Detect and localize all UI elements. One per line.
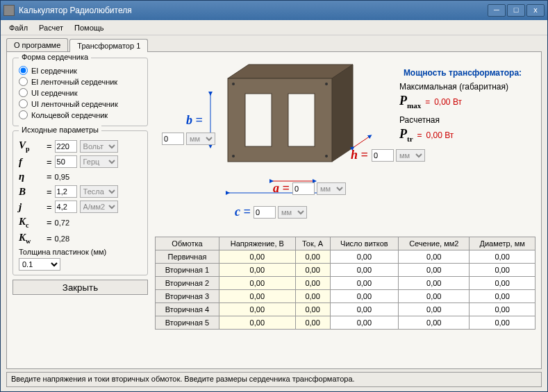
tab-about[interactable]: О программе xyxy=(6,38,68,51)
cell-s: 0,00 xyxy=(399,303,470,316)
close-app-button[interactable]: Закрыть xyxy=(13,280,148,295)
param-eta: η = 0,95 xyxy=(19,171,142,182)
svg-marker-0 xyxy=(228,65,353,78)
radio-ring[interactable]: Кольцевой сердечник xyxy=(19,110,142,119)
thickness-select[interactable]: 0.1 xyxy=(19,258,60,271)
dim-a-input[interactable] xyxy=(292,182,315,195)
radio-ei[interactable]: EI сердечник xyxy=(19,66,142,75)
thickness-label: Толщина пластинок (мм) xyxy=(19,248,142,256)
cell-v[interactable]: 0,00 xyxy=(219,316,295,330)
param-B: B = Тесла xyxy=(19,185,142,198)
dim-b-unit[interactable]: мм xyxy=(186,133,215,145)
table-row: Вторичная 50,000,000,000,000,00 xyxy=(156,316,535,330)
power-header: Мощность трансформатора: xyxy=(390,68,535,78)
radio-ui-tape-input[interactable] xyxy=(19,99,28,108)
dim-c-unit[interactable]: мм xyxy=(278,206,307,219)
cell-i[interactable]: 0,00 xyxy=(295,303,330,316)
close-button[interactable]: x xyxy=(526,4,545,17)
vp-unit[interactable]: Вольт xyxy=(80,140,118,153)
radio-ei-input[interactable] xyxy=(19,66,28,75)
cell-d: 0,00 xyxy=(470,277,535,290)
radio-ei-tape-input[interactable] xyxy=(19,77,28,86)
col-section: Сечение, мм2 xyxy=(399,237,470,250)
cell-s: 0,00 xyxy=(399,277,470,290)
menu-help[interactable]: Помощь xyxy=(70,22,108,33)
app-icon xyxy=(3,5,15,16)
maximize-button[interactable]: □ xyxy=(507,4,525,17)
menu-calc[interactable]: Расчет xyxy=(35,22,67,33)
B-input[interactable] xyxy=(55,185,77,198)
cell-v[interactable]: 0,00 xyxy=(219,277,295,290)
table-row: Вторичная 30,000,000,000,000,00 xyxy=(156,290,535,303)
col-voltage: Напряжение, В xyxy=(219,237,295,250)
menu-file[interactable]: Файл xyxy=(5,22,32,33)
cell-name: Первичная xyxy=(156,250,219,264)
cell-v[interactable]: 0,00 xyxy=(219,250,295,264)
param-Kc: Kc = 0,72 xyxy=(19,216,142,229)
B-unit[interactable]: Тесла xyxy=(80,185,118,198)
table-row: Вторичная 20,000,000,000,000,00 xyxy=(156,277,535,290)
dim-h-unit[interactable]: мм xyxy=(396,149,425,162)
dim-c-input-group: мм xyxy=(254,206,307,219)
f-input[interactable] xyxy=(55,155,77,168)
radio-ui-input[interactable] xyxy=(19,88,28,97)
app-window: Калькулятор Радиолюбителя ─ □ x Файл Рас… xyxy=(0,0,548,392)
cell-d: 0,00 xyxy=(470,290,535,303)
svg-marker-1 xyxy=(332,65,353,162)
table-row: Вторичная 40,000,000,000,000,00 xyxy=(156,303,535,316)
cell-v[interactable]: 0,00 xyxy=(219,264,295,277)
power-max-value: 0,00 Вт xyxy=(434,97,462,107)
cell-i[interactable]: 0,00 xyxy=(295,316,330,330)
power-max-label: Максимальная (габаритная) xyxy=(399,82,535,92)
radio-ring-input[interactable] xyxy=(19,110,28,119)
cell-i[interactable]: 0,00 xyxy=(295,290,330,303)
minimize-button[interactable]: ─ xyxy=(488,4,506,17)
cell-n: 0,00 xyxy=(330,277,399,290)
power-calc-value: 0,00 Вт xyxy=(426,130,454,140)
eta-value: 0,95 xyxy=(55,173,76,181)
cell-n: 0,00 xyxy=(330,290,399,303)
j-input[interactable] xyxy=(55,201,77,213)
svg-point-8 xyxy=(325,155,328,157)
j-unit[interactable]: А/мм2 xyxy=(80,201,118,213)
cell-d: 0,00 xyxy=(470,303,535,316)
dim-h-input[interactable] xyxy=(372,149,394,162)
cell-name: Вторичная 2 xyxy=(156,277,219,290)
cell-v[interactable]: 0,00 xyxy=(219,303,295,316)
f-unit[interactable]: Герц xyxy=(80,155,118,168)
core-svg xyxy=(197,58,377,196)
cell-i[interactable]: 0,00 xyxy=(295,277,330,290)
cell-s: 0,00 xyxy=(399,264,470,277)
cell-i[interactable]: 0,00 xyxy=(295,264,330,277)
dim-a-unit[interactable]: мм xyxy=(317,182,346,195)
cell-v[interactable]: 0,00 xyxy=(219,290,295,303)
window-title: Калькулятор Радиолюбителя xyxy=(19,6,488,15)
cell-name: Вторичная 1 xyxy=(156,264,219,277)
radio-ui-tape[interactable]: UI ленточный сердечник xyxy=(19,99,142,108)
status-bar: Введите напряжения и токи вторичных обмо… xyxy=(6,372,542,387)
params-group: Исходные параметры Vp = Вольт f = Герц η… xyxy=(13,130,148,275)
radio-ui[interactable]: UI сердечник xyxy=(19,88,142,97)
Kc-value: 0,72 xyxy=(55,219,76,227)
svg-line-12 xyxy=(353,136,370,148)
vp-input[interactable] xyxy=(55,140,77,153)
cell-n: 0,00 xyxy=(330,264,399,277)
core-shape-group: Форма сердечника EI сердечник EI ленточн… xyxy=(13,58,148,126)
dim-c-input[interactable] xyxy=(254,206,276,219)
Kw-value: 0,28 xyxy=(55,235,76,243)
tab-transformer1[interactable]: Трансформатор 1 xyxy=(69,39,148,52)
left-panel: Форма сердечника EI сердечник EI ленточн… xyxy=(13,58,148,363)
radio-ei-tape[interactable]: EI ленточный сердечник xyxy=(19,77,142,86)
col-diameter: Диаметр, мм xyxy=(470,237,535,250)
dim-b-input[interactable] xyxy=(162,133,184,145)
cell-i[interactable]: 0,00 xyxy=(295,250,330,264)
power-calc-label: Расчетная xyxy=(399,115,535,125)
svg-point-5 xyxy=(232,83,235,85)
svg-rect-4 xyxy=(288,94,315,146)
tab-content: Форма сердечника EI сердечник EI ленточн… xyxy=(6,51,542,369)
cell-s: 0,00 xyxy=(399,316,470,330)
dim-h-label: h = xyxy=(351,148,368,162)
tab-bar: О программе Трансформатор 1 xyxy=(1,35,547,51)
titlebar[interactable]: Калькулятор Радиолюбителя ─ □ x xyxy=(1,1,547,20)
dim-b-label: b = xyxy=(186,113,203,128)
